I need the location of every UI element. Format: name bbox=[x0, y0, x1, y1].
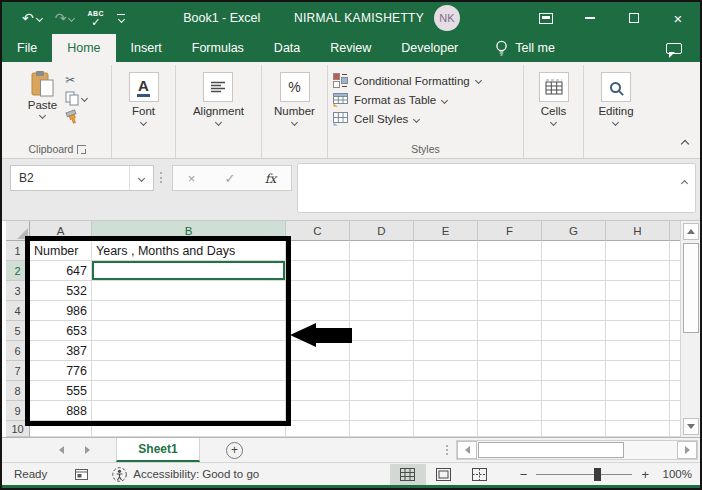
cell[interactable] bbox=[478, 421, 542, 437]
cell[interactable] bbox=[478, 281, 542, 301]
cell[interactable] bbox=[478, 381, 542, 401]
redo-button[interactable]: ↷ bbox=[55, 11, 75, 25]
close-button[interactable]: × bbox=[656, 2, 700, 34]
row-header-2[interactable]: 2 bbox=[6, 261, 30, 281]
column-header-F[interactable]: F bbox=[478, 221, 542, 241]
zoom-slider-thumb[interactable] bbox=[594, 468, 601, 481]
cell-B7[interactable] bbox=[92, 361, 286, 381]
cell[interactable] bbox=[350, 361, 414, 381]
cell[interactable] bbox=[414, 421, 478, 437]
cell[interactable] bbox=[542, 281, 606, 301]
cell-A10[interactable] bbox=[30, 421, 92, 437]
cell[interactable] bbox=[414, 381, 478, 401]
cell[interactable] bbox=[606, 361, 670, 381]
column-header-C[interactable]: C bbox=[286, 221, 350, 241]
row-header-4[interactable]: 4 bbox=[6, 301, 30, 321]
clipboard-dialog-launcher[interactable] bbox=[77, 145, 86, 154]
format-as-table-button[interactable]: Format as Table bbox=[333, 93, 518, 107]
scroll-down-button[interactable] bbox=[683, 418, 699, 435]
scroll-left-button[interactable] bbox=[457, 441, 477, 459]
cell[interactable] bbox=[478, 401, 542, 421]
cell[interactable] bbox=[606, 381, 670, 401]
cell[interactable] bbox=[606, 421, 670, 437]
scroll-right-button[interactable] bbox=[677, 441, 697, 459]
expand-formula-bar-button[interactable] bbox=[682, 172, 687, 190]
cell-A8[interactable]: 555 bbox=[30, 381, 92, 401]
cell-styles-button[interactable]: Cell Styles bbox=[333, 112, 518, 126]
page-break-preview-button[interactable] bbox=[462, 464, 498, 485]
cell-A6[interactable]: 387 bbox=[30, 341, 92, 361]
row-header-6[interactable]: 6 bbox=[6, 341, 30, 361]
column-header-G[interactable]: G bbox=[542, 221, 606, 241]
cell[interactable] bbox=[606, 261, 670, 281]
name-box-dropdown[interactable] bbox=[129, 166, 153, 190]
undo-button[interactable]: ↶ bbox=[22, 11, 42, 25]
cell-B10[interactable] bbox=[92, 421, 286, 437]
cell[interactable] bbox=[350, 401, 414, 421]
paste-button[interactable]: Paste bbox=[28, 70, 57, 140]
vertical-scroll-thumb[interactable] bbox=[683, 243, 699, 333]
cell[interactable] bbox=[606, 281, 670, 301]
cell[interactable] bbox=[606, 401, 670, 421]
cell[interactable] bbox=[606, 301, 670, 321]
cell[interactable] bbox=[286, 261, 350, 281]
format-painter-button[interactable] bbox=[65, 110, 87, 125]
formula-bar-input[interactable] bbox=[297, 163, 696, 213]
cell[interactable] bbox=[286, 321, 350, 341]
cell-B5[interactable] bbox=[92, 321, 286, 341]
cell[interactable] bbox=[286, 301, 350, 321]
cell[interactable] bbox=[350, 261, 414, 281]
select-all-button[interactable] bbox=[6, 221, 30, 241]
cell[interactable] bbox=[286, 401, 350, 421]
vertical-scrollbar[interactable] bbox=[680, 221, 700, 437]
cell[interactable] bbox=[542, 241, 606, 261]
zoom-out-button[interactable]: − bbox=[520, 467, 528, 482]
cell[interactable] bbox=[542, 341, 606, 361]
cell[interactable] bbox=[478, 301, 542, 321]
cell[interactable] bbox=[286, 381, 350, 401]
copy-button[interactable] bbox=[65, 91, 87, 106]
previous-sheet-button[interactable] bbox=[48, 438, 74, 462]
zoom-in-button[interactable]: + bbox=[641, 467, 649, 482]
maximize-button[interactable] bbox=[612, 2, 656, 34]
cell-B3[interactable] bbox=[92, 281, 286, 301]
editing-menu-button[interactable]: Editing bbox=[598, 66, 633, 158]
column-header-A[interactable]: A bbox=[30, 221, 92, 241]
next-sheet-button[interactable] bbox=[74, 438, 100, 462]
comments-button[interactable] bbox=[666, 34, 682, 62]
cell-A7[interactable]: 776 bbox=[30, 361, 92, 381]
cell-A3[interactable]: 532 bbox=[30, 281, 92, 301]
cut-button[interactable]: ✂ bbox=[65, 72, 87, 87]
cell[interactable] bbox=[350, 421, 414, 437]
scroll-up-button[interactable] bbox=[683, 223, 699, 240]
cell[interactable] bbox=[286, 341, 350, 361]
customize-quick-access-button[interactable] bbox=[117, 14, 125, 23]
normal-view-button[interactable] bbox=[390, 464, 426, 485]
row-header-5[interactable]: 5 bbox=[6, 321, 30, 341]
number-menu-button[interactable]: % Number bbox=[274, 66, 315, 158]
collapse-ribbon-button[interactable] bbox=[682, 133, 688, 151]
font-menu-button[interactable]: A Font bbox=[129, 66, 159, 158]
cell[interactable] bbox=[542, 401, 606, 421]
spelling-button[interactable]: ABC✓ bbox=[87, 10, 104, 26]
cell[interactable] bbox=[286, 361, 350, 381]
cell[interactable] bbox=[542, 381, 606, 401]
cell-A4[interactable]: 986 bbox=[30, 301, 92, 321]
horizontal-scrollbar[interactable] bbox=[456, 440, 698, 460]
tab-formulas[interactable]: Formulas bbox=[177, 34, 259, 62]
cell[interactable] bbox=[414, 261, 478, 281]
cell[interactable] bbox=[606, 241, 670, 261]
cell[interactable] bbox=[542, 421, 606, 437]
cell[interactable] bbox=[350, 381, 414, 401]
cell[interactable] bbox=[350, 301, 414, 321]
cell[interactable] bbox=[414, 301, 478, 321]
column-header-D[interactable]: D bbox=[350, 221, 414, 241]
tab-insert[interactable]: Insert bbox=[116, 34, 177, 62]
cell[interactable] bbox=[478, 241, 542, 261]
tell-me-box[interactable]: Tell me bbox=[495, 34, 555, 62]
sheet-tab-sheet1[interactable]: Sheet1 bbox=[116, 438, 200, 462]
cell[interactable] bbox=[542, 361, 606, 381]
cell[interactable] bbox=[414, 241, 478, 261]
macro-record-button[interactable] bbox=[75, 469, 88, 480]
cells-menu-button[interactable]: Cells bbox=[539, 66, 569, 158]
